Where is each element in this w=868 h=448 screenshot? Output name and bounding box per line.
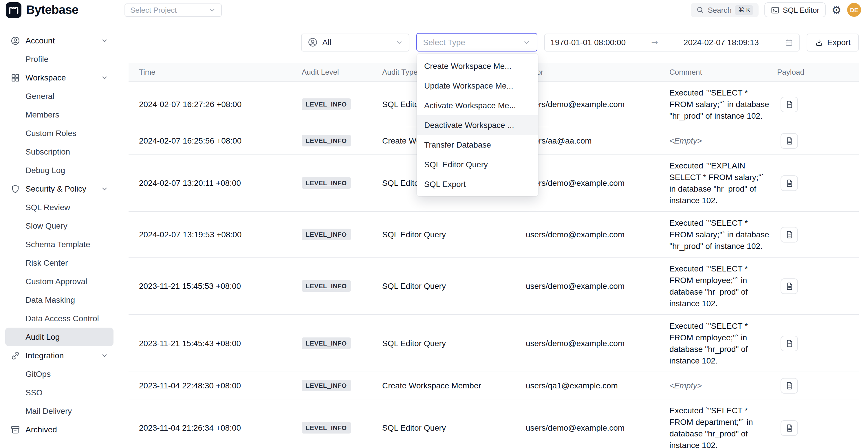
- audit-type-cell: SQL Editor Query: [382, 281, 526, 291]
- file-text-icon: [785, 100, 794, 108]
- column-header: Actor: [526, 68, 670, 76]
- sidebar-item-general[interactable]: General: [5, 87, 114, 105]
- sidebar-section[interactable]: Security & Policy: [5, 180, 114, 198]
- brand-name: Bytebase: [26, 3, 78, 17]
- type-dropdown-option[interactable]: SQL Export: [416, 174, 538, 194]
- user-avatar[interactable]: DE: [847, 3, 861, 17]
- sidebar-item-sso[interactable]: SSO: [5, 383, 114, 402]
- date-range-picker[interactable]: 1970-01-01 08:00:00 → 2024-02-07 18:09:1…: [544, 33, 799, 51]
- option-label: Activate Workspace Me...: [424, 101, 516, 110]
- sidebar-item-debug-log[interactable]: Debug Log: [5, 161, 114, 180]
- brand[interactable]: Bytebase: [0, 2, 119, 18]
- sidebar-section[interactable]: Workspace: [5, 68, 114, 87]
- type-filter-select[interactable]: Select Type Create Workspace Me... Updat…: [416, 33, 537, 52]
- table-row: 2023-11-04 22:48:30 +08:00 LEVEL_INFO Cr…: [129, 372, 859, 399]
- sidebar-nav: Account Profile Workspace General Member…: [5, 31, 114, 439]
- sidebar-item-custom-roles[interactable]: Custom Roles: [5, 124, 114, 142]
- payload-button[interactable]: [781, 175, 798, 191]
- type-dropdown-menu: Create Workspace Me... Update Workspace …: [416, 54, 538, 196]
- payload-button[interactable]: [781, 378, 798, 393]
- sidebar-item-mail-delivery[interactable]: Mail Delivery: [5, 402, 114, 420]
- sidebar-item-label: General: [26, 91, 55, 101]
- sidebar-item-schema-template[interactable]: Schema Template: [5, 235, 114, 254]
- archive-icon: [10, 424, 20, 435]
- audit-level-cell: LEVEL_INFO: [302, 280, 382, 292]
- comment-cell: Executed `"SELECT * FROM employee;"` in …: [670, 258, 777, 314]
- date-to-value: 2024-02-07 18:09:13: [684, 38, 759, 47]
- type-dropdown-option[interactable]: Transfer Database: [416, 135, 538, 155]
- option-label: Create Workspace Me...: [424, 61, 511, 71]
- file-text-icon: [785, 339, 794, 348]
- settings-gear-icon[interactable]: ⚙: [832, 4, 841, 15]
- search-label: Search: [708, 5, 731, 14]
- payload-button[interactable]: [781, 420, 798, 436]
- sidebar-item-risk-center[interactable]: Risk Center: [5, 254, 114, 272]
- payload-button[interactable]: [781, 133, 798, 149]
- sidebar-item-slow-query[interactable]: Slow Query: [5, 217, 114, 235]
- sidebar-item-label: Data Masking: [26, 295, 75, 305]
- audit-type-cell: SQL Editor Query: [382, 339, 526, 348]
- time-cell: 2023-11-04 21:26:34 +08:00: [139, 423, 302, 433]
- comment-cell: <Empty>: [670, 130, 777, 152]
- sidebar-item-members[interactable]: Members: [5, 105, 114, 124]
- comment-cell: Executed `"EXPLAIN SELECT * FROM salary;…: [670, 155, 777, 211]
- project-select-value: Select Project: [130, 5, 177, 14]
- option-label: Deactivate Workspace ...: [424, 120, 514, 130]
- type-dropdown-option[interactable]: Update Workspace Me...: [416, 76, 538, 96]
- date-from-value: 1970-01-01 08:00:00: [550, 38, 626, 47]
- payload-button[interactable]: [781, 227, 798, 242]
- column-header: Audit Level: [302, 68, 382, 76]
- audit-level-badge: LEVEL_INFO: [302, 280, 351, 292]
- payload-button[interactable]: [781, 335, 798, 351]
- type-dropdown-option[interactable]: Activate Workspace Me...: [416, 96, 538, 115]
- sidebar-item-audit-log[interactable]: Audit Log: [5, 328, 114, 346]
- search-button[interactable]: Search ⌘ K: [691, 3, 758, 17]
- topbar: Bytebase Select Project Search ⌘ K SQL E…: [0, 0, 868, 20]
- sql-editor-button[interactable]: SQL Editor: [764, 2, 826, 18]
- chevron-down-icon: [395, 38, 403, 46]
- sidebar-item-label: Mail Delivery: [26, 406, 72, 416]
- export-button[interactable]: Export: [806, 33, 859, 51]
- time-cell: 2024-02-07 16:27:26 +08:00: [139, 100, 302, 109]
- sidebar-section[interactable]: Integration: [5, 346, 114, 365]
- sidebar-section-label: Account: [26, 36, 55, 45]
- type-dropdown-option[interactable]: Deactivate Workspace ...: [416, 115, 538, 135]
- payload-cell: [777, 335, 856, 351]
- option-label: Update Workspace Me...: [424, 81, 513, 90]
- sidebar-section-label: Workspace: [26, 73, 66, 82]
- sidebar-item-data-masking[interactable]: Data Masking: [5, 291, 114, 309]
- sidebar-item-label: Data Access Control: [26, 314, 99, 323]
- calendar-icon: [784, 38, 793, 46]
- sidebar-item-sql-review[interactable]: SQL Review: [5, 198, 114, 217]
- project-select[interactable]: Select Project: [124, 3, 222, 17]
- sidebar-item-data-access-control[interactable]: Data Access Control: [5, 309, 114, 328]
- payload-button[interactable]: [781, 96, 798, 112]
- time-cell: 2024-02-07 13:19:53 +08:00: [139, 230, 302, 239]
- sidebar-item-gitops[interactable]: GitOps: [5, 365, 114, 383]
- audit-level-badge: LEVEL_INFO: [302, 380, 351, 391]
- sidebar-section-label: Integration: [26, 351, 64, 360]
- sidebar-item-profile[interactable]: Profile: [5, 50, 114, 68]
- sidebar-item-label: Custom Approval: [26, 277, 87, 286]
- payload-button[interactable]: [781, 278, 798, 294]
- sidebar-section[interactable]: Archived: [5, 420, 114, 439]
- actor-filter-select[interactable]: All: [301, 33, 409, 51]
- option-label: SQL Export: [424, 180, 466, 189]
- type-dropdown-option[interactable]: Create Workspace Me...: [416, 56, 538, 76]
- payload-cell: [777, 227, 856, 242]
- sidebar-item-subscription[interactable]: Subscription: [5, 142, 114, 161]
- chevron-down-icon: [101, 74, 108, 81]
- file-text-icon: [785, 381, 794, 390]
- type-dropdown-option[interactable]: SQL Editor Query: [416, 155, 538, 174]
- app-window: Bytebase Select Project Search ⌘ K SQL E…: [0, 0, 868, 448]
- audit-level-badge: LEVEL_INFO: [302, 98, 351, 110]
- sidebar-section[interactable]: Account: [5, 31, 114, 50]
- actor-cell: users/qa1@example.com: [526, 381, 670, 390]
- sidebar-item-label: Slow Query: [26, 221, 67, 230]
- shield-icon: [10, 184, 20, 194]
- sidebar-item-custom-approval[interactable]: Custom Approval: [5, 272, 114, 291]
- audit-level-cell: LEVEL_INFO: [302, 380, 382, 391]
- payload-cell: [777, 420, 856, 436]
- option-label: Transfer Database: [424, 140, 491, 149]
- payload-cell: [777, 96, 856, 112]
